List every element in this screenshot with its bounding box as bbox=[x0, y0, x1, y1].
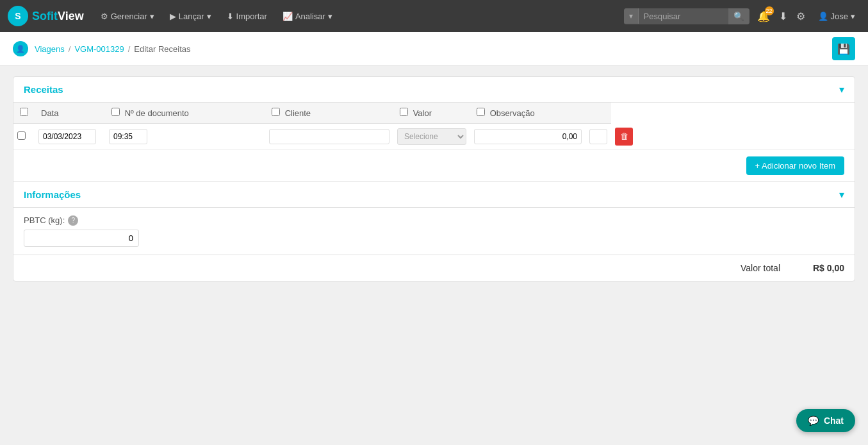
breadcrumb-bar: 👤 Viagens / VGM-001329 / Editar Receitas… bbox=[0, 32, 868, 66]
informacoes-collapse-button[interactable]: ▾ bbox=[839, 189, 844, 201]
th-valor: Valor bbox=[393, 103, 470, 124]
receitas-table: Data Nº de documento Cliente Valor bbox=[13, 103, 855, 150]
informacoes-title: Informações bbox=[24, 189, 81, 200]
th-valor-checkbox[interactable] bbox=[400, 108, 408, 116]
notifications-button[interactable]: 🔔 22 bbox=[755, 8, 773, 25]
th-action bbox=[585, 103, 611, 124]
nav-icons: 🔔 22 ⬇ ⚙ bbox=[755, 8, 808, 25]
top-navigation: S SofitView ⚙ Gerenciar ▾ ▶ Lançar ▾ ⬇ I… bbox=[0, 0, 868, 32]
user-icon: 👤 bbox=[818, 12, 828, 21]
import-icon: ⬇ bbox=[227, 12, 234, 21]
row-obs-cell bbox=[585, 124, 611, 150]
select-all-checkbox[interactable] bbox=[20, 108, 28, 116]
doc-input[interactable] bbox=[269, 129, 389, 144]
lancar-menu[interactable]: ▶ Lançar ▾ bbox=[165, 8, 217, 25]
row-client-cell: Selecione bbox=[393, 124, 470, 150]
th-observacao: Observação bbox=[470, 103, 585, 124]
importar-menu[interactable]: ⬇ Importar bbox=[222, 8, 272, 25]
notification-badge: 22 bbox=[765, 6, 774, 15]
add-item-button[interactable]: + Adicionar novo Item bbox=[746, 156, 844, 175]
pbtc-input[interactable] bbox=[24, 230, 139, 247]
informacoes-header: Informações ▾ bbox=[13, 182, 855, 208]
th-cliente: Cliente bbox=[265, 103, 393, 124]
th-data: Data bbox=[35, 103, 105, 124]
search-area: ▾ 🔍 bbox=[624, 8, 749, 24]
chevron-down-icon: ▾ bbox=[150, 12, 154, 21]
receitas-collapse-button[interactable]: ▾ bbox=[839, 83, 844, 96]
total-label: Valor total bbox=[741, 263, 780, 273]
add-item-row: + Adicionar novo Item bbox=[13, 150, 855, 182]
time-input[interactable] bbox=[109, 129, 147, 144]
breadcrumb-viagens[interactable]: Viagens bbox=[35, 44, 65, 54]
th-client-checkbox[interactable] bbox=[272, 108, 280, 116]
chat-button[interactable]: 💬 Chat bbox=[796, 409, 855, 432]
breadcrumb-sep-1: / bbox=[69, 44, 71, 54]
launch-icon: ▶ bbox=[170, 12, 176, 21]
chevron-down-icon: ▾ bbox=[207, 12, 211, 21]
row-doc-cell bbox=[265, 124, 393, 150]
delete-row-button[interactable]: 🗑 bbox=[615, 128, 633, 146]
client-select[interactable]: Selecione bbox=[397, 128, 466, 145]
user-menu[interactable]: 👤 Jose ▾ bbox=[813, 9, 860, 24]
breadcrumb-trip-id[interactable]: VGM-001329 bbox=[74, 44, 124, 54]
chevron-down-icon: ▾ bbox=[328, 12, 332, 21]
total-value: R$ 0,00 bbox=[793, 263, 844, 273]
receitas-header: Receitas ▾ bbox=[13, 77, 855, 103]
table-row: Selecione 🗑 bbox=[13, 124, 855, 150]
receitas-card: Receitas ▾ Data Nº de documento Cl bbox=[13, 76, 855, 281]
chat-icon: 💬 bbox=[808, 416, 819, 426]
row-action-cell: 🗑 bbox=[611, 124, 855, 150]
pbtc-label: PBTC (kg): ? bbox=[24, 215, 844, 226]
row-checkbox[interactable] bbox=[17, 131, 26, 140]
logo-icon: S bbox=[8, 6, 28, 26]
save-button[interactable]: 💾 bbox=[832, 37, 855, 60]
th-doc-checkbox[interactable] bbox=[111, 108, 120, 116]
row-time-cell bbox=[105, 124, 265, 150]
gerenciar-menu[interactable]: ⚙ Gerenciar ▾ bbox=[95, 8, 160, 25]
help-icon[interactable]: ? bbox=[68, 215, 78, 226]
th-checkbox bbox=[13, 103, 35, 124]
gear-icon: ⚙ bbox=[101, 12, 108, 21]
obs-input[interactable] bbox=[589, 129, 607, 144]
logo: S SofitView bbox=[8, 6, 84, 26]
download-button[interactable]: ⬇ bbox=[776, 8, 790, 25]
table-header-row: Data Nº de documento Cliente Valor bbox=[13, 103, 855, 124]
logo-view: View bbox=[58, 10, 84, 22]
receitas-title: Receitas bbox=[24, 84, 63, 95]
total-row: Valor total R$ 0,00 bbox=[13, 255, 855, 281]
chevron-down-icon: ▾ bbox=[851, 12, 855, 21]
breadcrumb-sep-2: / bbox=[128, 44, 131, 54]
search-button[interactable]: 🔍 bbox=[728, 8, 749, 24]
logo-sofit: Sofit bbox=[32, 10, 58, 22]
settings-button[interactable]: ⚙ bbox=[794, 8, 808, 25]
person-icon: 👤 bbox=[13, 41, 28, 56]
search-input[interactable] bbox=[639, 8, 728, 24]
analisar-menu[interactable]: 📈 Analisar ▾ bbox=[277, 8, 338, 25]
logo-text: SofitView bbox=[32, 10, 84, 23]
chart-icon: 📈 bbox=[283, 12, 293, 21]
informacoes-section: PBTC (kg): ? bbox=[13, 208, 855, 255]
valor-input[interactable] bbox=[474, 129, 582, 144]
search-prefix: ▾ bbox=[624, 8, 639, 24]
th-obs-checkbox[interactable] bbox=[477, 108, 485, 116]
date-input[interactable] bbox=[38, 129, 96, 144]
th-documento: Nº de documento bbox=[105, 103, 265, 124]
breadcrumb-current: Editar Receitas bbox=[134, 44, 190, 54]
row-date-cell bbox=[35, 124, 105, 150]
main-content: Receitas ▾ Data Nº de documento Cl bbox=[0, 66, 868, 292]
row-checkbox-cell bbox=[13, 124, 35, 150]
row-valor-cell bbox=[470, 124, 585, 150]
